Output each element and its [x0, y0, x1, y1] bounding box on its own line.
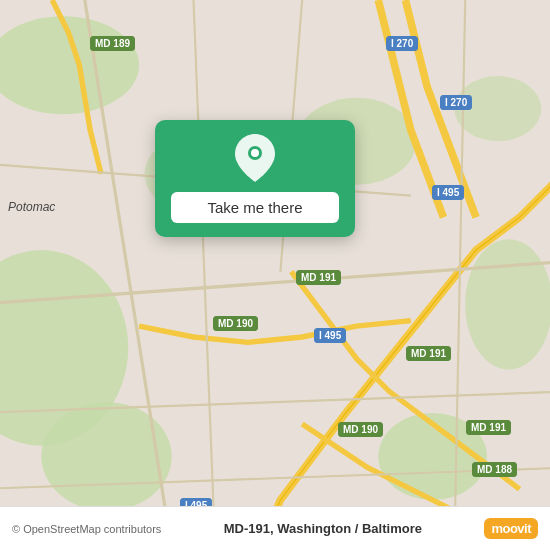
bottom-bar: © OpenStreetMap contributors MD-191, Was… — [0, 506, 550, 550]
road-label: MD 190 — [338, 422, 383, 437]
road-label: MD 191 — [466, 420, 511, 435]
take-me-there-button[interactable]: Take me there — [171, 192, 339, 223]
pin-icon — [231, 134, 279, 182]
road-label: I 495 — [314, 328, 346, 343]
road-label: I 495 — [432, 185, 464, 200]
road-label: MD 189 — [90, 36, 135, 51]
map-title: MD-191, Washington / Baltimore — [224, 521, 422, 536]
road-label: I 270 — [440, 95, 472, 110]
svg-point-18 — [251, 149, 259, 157]
place-label: Potomac — [8, 200, 55, 214]
map-background — [0, 0, 550, 550]
moovit-logo-text: moovit — [484, 518, 538, 539]
moovit-logo: moovit — [484, 518, 538, 539]
road-label: MD 190 — [213, 316, 258, 331]
road-label: MD 191 — [296, 270, 341, 285]
svg-point-5 — [465, 239, 550, 369]
location-card: Take me there — [155, 120, 355, 237]
road-label: I 270 — [386, 36, 418, 51]
map-container: MD 189I 270I 270I 495MD 191I 495MD 190MD… — [0, 0, 550, 550]
copyright-text: © OpenStreetMap contributors — [12, 523, 161, 535]
road-label: MD 188 — [472, 462, 517, 477]
road-label: MD 191 — [406, 346, 451, 361]
